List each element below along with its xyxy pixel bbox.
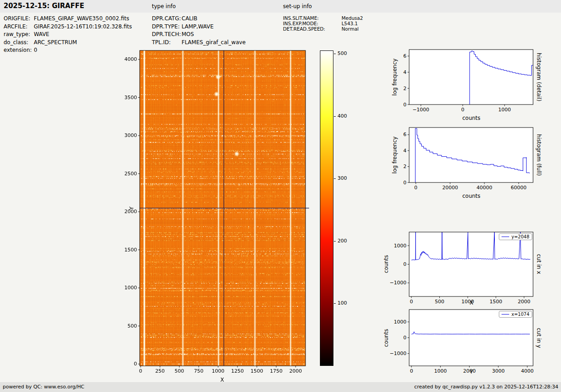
- footer-left-text: powered by QC: www.eso.org/HC: [3, 384, 84, 390]
- meta-value: L543.1: [342, 21, 358, 26]
- setup-info-heading: set-up info: [283, 3, 312, 9]
- setup-info-block: INS.SLIT.NAME:Medusa2 INS.EXP.MODE:L543.…: [283, 15, 363, 32]
- svg-text:1000: 1000: [434, 368, 447, 374]
- cut-in-x-legend: y=2048: [499, 233, 532, 240]
- meta-label: DPR.CATG:: [152, 15, 182, 23]
- meta-value: ARC_SPECTRUM: [34, 39, 77, 46]
- meta-row: raw_type:WAVE: [4, 31, 132, 39]
- histogram-full-axes: 02000040000600000246: [387, 123, 540, 197]
- colorbar-tick-mark: [334, 54, 336, 54]
- colorbar-tick-mark: [334, 303, 336, 304]
- histogram-detail-plot: −1000010000246: [387, 45, 540, 119]
- legend-label: x=1074: [511, 312, 529, 317]
- svg-text:1000: 1000: [124, 285, 137, 291]
- svg-text:6: 6: [403, 132, 406, 137]
- colorbar-tick-mark: [334, 178, 336, 179]
- svg-text:40000: 40000: [476, 185, 492, 191]
- svg-text:2000: 2000: [289, 368, 302, 374]
- svg-text:0: 0: [403, 102, 406, 108]
- svg-text:0: 0: [403, 180, 406, 186]
- svg-text:2: 2: [403, 86, 406, 91]
- svg-text:1000: 1000: [394, 319, 406, 325]
- meta-label: INS.SLIT.NAME:: [283, 15, 342, 21]
- histogram-full-right-label: histogram (full): [536, 134, 542, 176]
- svg-text:6: 6: [403, 53, 406, 59]
- histogram-detail-axes: −1000010000246: [387, 45, 540, 119]
- meta-row: ORIGFILE:FLAMES_GIRAF_WAVE350_0002.fits: [4, 15, 132, 23]
- cut-in-x-ylabel: counts: [383, 255, 389, 273]
- svg-text:4000: 4000: [521, 368, 534, 374]
- colorbar-tick-label: 200: [338, 238, 347, 244]
- svg-text:4: 4: [403, 69, 406, 75]
- meta-value: Normal: [342, 26, 359, 32]
- legend-line-sample: [502, 314, 509, 315]
- type-info-block: DPR.CATG:CALIB DPR.TYPE:LAMP,WAVE DPR.TE…: [152, 15, 246, 46]
- meta-row: INS.EXP.MODE:L543.1: [283, 21, 363, 26]
- meta-label: INS.EXP.MODE:: [283, 21, 342, 26]
- svg-text:0: 0: [410, 368, 413, 374]
- svg-text:1750: 1750: [270, 368, 283, 374]
- meta-row: do_class:ARC_SPECTRUM: [4, 39, 132, 47]
- meta-row: DPR.CATG:CALIB: [152, 15, 246, 23]
- meta-value: WAVE: [34, 31, 49, 37]
- svg-text:1500: 1500: [251, 368, 263, 374]
- svg-text:1000: 1000: [394, 243, 406, 249]
- raw-image-plot: 0250500750100012501500175020000500100015…: [115, 47, 313, 389]
- raw-image-axes: 0250500750100012501500175020000500100015…: [115, 47, 313, 389]
- meta-label: DET.READ.SPEED:: [283, 26, 342, 32]
- svg-text:3000: 3000: [492, 368, 505, 374]
- cut-in-y-xlabel: Y: [470, 369, 473, 375]
- histogram-detail-right-label: histogram (detail): [536, 53, 542, 101]
- colorbar-tick-mark: [334, 241, 336, 242]
- colorbar-tick-label: 300: [338, 175, 347, 182]
- svg-text:1000: 1000: [498, 107, 511, 113]
- footer-right-text: created by qc_rawdisp.py v1.2.3 on 2025-…: [414, 384, 558, 390]
- meta-row: DET.READ.SPEED:Normal: [283, 26, 363, 32]
- svg-text:500: 500: [175, 368, 184, 374]
- svg-text:1500: 1500: [490, 299, 502, 305]
- svg-text:60000: 60000: [511, 185, 527, 191]
- svg-text:0: 0: [134, 361, 137, 367]
- colorbar: 100200300400500: [320, 50, 354, 367]
- meta-label: DPR.TYPE:: [152, 23, 182, 31]
- svg-text:1000: 1000: [212, 368, 224, 374]
- svg-text:3000: 3000: [124, 132, 137, 138]
- cut-in-x-right-label: cut in x: [536, 254, 542, 274]
- histogram-full-xlabel: counts: [462, 193, 480, 199]
- meta-value: Medusa2: [342, 15, 363, 21]
- svg-text:0: 0: [139, 368, 142, 374]
- svg-text:−1000: −1000: [412, 107, 429, 113]
- cut-in-y-ylabel: counts: [383, 329, 389, 347]
- svg-text:0: 0: [414, 185, 417, 191]
- svg-text:3500: 3500: [124, 95, 137, 100]
- svg-text:0: 0: [403, 335, 406, 341]
- meta-label: ARCFILE:: [4, 23, 34, 31]
- footer-bar: powered by QC: www.eso.org/HC created by…: [0, 382, 561, 392]
- histogram-detail-xlabel: counts: [462, 115, 480, 121]
- svg-text:750: 750: [194, 368, 204, 374]
- meta-label: DPR.TECH:: [152, 31, 182, 39]
- meta-value: FLAMES_GIRAF_WAVE350_0002.fits: [34, 15, 129, 22]
- meta-row: DPR.TYPE:LAMP,WAVE: [152, 23, 246, 31]
- svg-text:0: 0: [410, 299, 413, 305]
- histogram-full-plot: 02000040000600000246: [387, 123, 540, 197]
- svg-text:−1000: −1000: [390, 351, 406, 356]
- file-info-block: ORIGFILE:FLAMES_GIRAF_WAVE350_0002.fits …: [4, 15, 132, 55]
- svg-text:2: 2: [403, 164, 406, 169]
- meta-value: FLAMES_giraf_cal_wave: [182, 39, 246, 46]
- colorbar-tick-label: 400: [338, 113, 347, 119]
- svg-text:1250: 1250: [231, 368, 244, 374]
- legend-label: y=2048: [511, 234, 529, 239]
- colorbar-tick-label: 100: [338, 300, 347, 306]
- svg-text:500: 500: [128, 323, 137, 329]
- cut-in-y-legend: x=1074: [499, 311, 532, 318]
- svg-text:20000: 20000: [442, 185, 458, 191]
- meta-label: ORIGFILE:: [4, 15, 34, 23]
- meta-row: INS.SLIT.NAME:Medusa2: [283, 15, 363, 21]
- type-info-heading: type info: [152, 3, 176, 9]
- colorbar-gradient: [320, 50, 333, 366]
- meta-label: do_class:: [4, 39, 34, 47]
- meta-row: DPR.TECH:MOS: [152, 31, 246, 39]
- svg-text:0: 0: [403, 261, 406, 267]
- svg-text:2000: 2000: [518, 299, 530, 305]
